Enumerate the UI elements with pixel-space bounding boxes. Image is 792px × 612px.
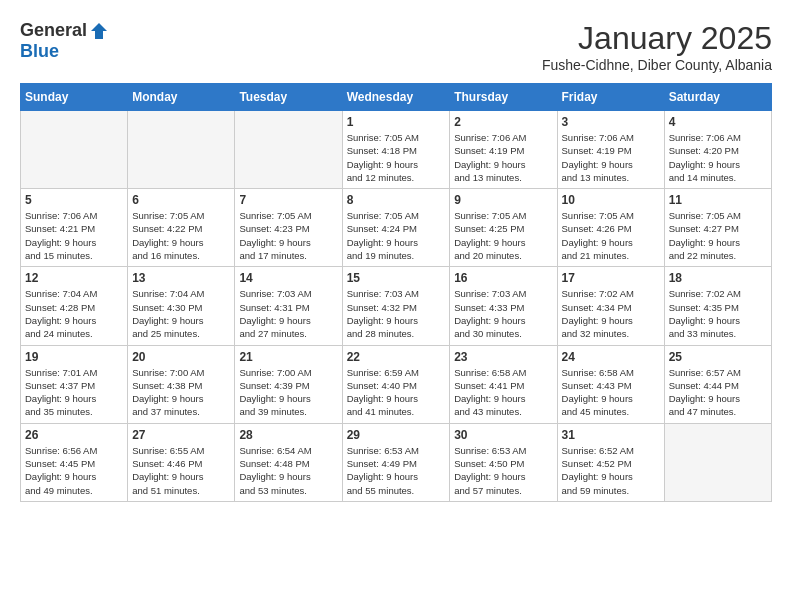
day-info: Sunrise: 7:00 AM Sunset: 4:39 PM Dayligh… [239,366,337,419]
weekday-header-friday: Friday [557,84,664,111]
day-info: Sunrise: 7:04 AM Sunset: 4:30 PM Dayligh… [132,287,230,340]
logo: General Blue [20,20,109,62]
calendar-cell: 15Sunrise: 7:03 AM Sunset: 4:32 PM Dayli… [342,267,450,345]
calendar-cell: 3Sunrise: 7:06 AM Sunset: 4:19 PM Daylig… [557,111,664,189]
day-info: Sunrise: 7:03 AM Sunset: 4:31 PM Dayligh… [239,287,337,340]
day-info: Sunrise: 6:53 AM Sunset: 4:50 PM Dayligh… [454,444,552,497]
week-row-1: 1Sunrise: 7:05 AM Sunset: 4:18 PM Daylig… [21,111,772,189]
logo-icon [89,21,109,41]
day-info: Sunrise: 7:03 AM Sunset: 4:33 PM Dayligh… [454,287,552,340]
day-number: 4 [669,115,767,129]
day-info: Sunrise: 7:06 AM Sunset: 4:20 PM Dayligh… [669,131,767,184]
calendar-cell: 26Sunrise: 6:56 AM Sunset: 4:45 PM Dayli… [21,423,128,501]
calendar-cell: 21Sunrise: 7:00 AM Sunset: 4:39 PM Dayli… [235,345,342,423]
weekday-header-row: SundayMondayTuesdayWednesdayThursdayFrid… [21,84,772,111]
day-info: Sunrise: 6:55 AM Sunset: 4:46 PM Dayligh… [132,444,230,497]
day-number: 13 [132,271,230,285]
day-number: 22 [347,350,446,364]
day-number: 7 [239,193,337,207]
day-info: Sunrise: 7:05 AM Sunset: 4:25 PM Dayligh… [454,209,552,262]
day-number: 27 [132,428,230,442]
logo-general: General [20,20,87,41]
calendar-cell: 25Sunrise: 6:57 AM Sunset: 4:44 PM Dayli… [664,345,771,423]
day-info: Sunrise: 7:06 AM Sunset: 4:19 PM Dayligh… [454,131,552,184]
weekday-header-wednesday: Wednesday [342,84,450,111]
weekday-header-sunday: Sunday [21,84,128,111]
day-info: Sunrise: 7:05 AM Sunset: 4:22 PM Dayligh… [132,209,230,262]
title-area: January 2025 Fushe-Cidhne, Diber County,… [542,20,772,73]
day-info: Sunrise: 6:58 AM Sunset: 4:43 PM Dayligh… [562,366,660,419]
calendar-cell: 6Sunrise: 7:05 AM Sunset: 4:22 PM Daylig… [128,189,235,267]
calendar-table: SundayMondayTuesdayWednesdayThursdayFrid… [20,83,772,502]
calendar-cell: 2Sunrise: 7:06 AM Sunset: 4:19 PM Daylig… [450,111,557,189]
day-info: Sunrise: 6:56 AM Sunset: 4:45 PM Dayligh… [25,444,123,497]
calendar-cell: 30Sunrise: 6:53 AM Sunset: 4:50 PM Dayli… [450,423,557,501]
calendar-cell [128,111,235,189]
page-header: General Blue January 2025 Fushe-Cidhne, … [20,20,772,73]
week-row-4: 19Sunrise: 7:01 AM Sunset: 4:37 PM Dayli… [21,345,772,423]
day-number: 5 [25,193,123,207]
day-number: 31 [562,428,660,442]
day-number: 6 [132,193,230,207]
calendar-cell: 24Sunrise: 6:58 AM Sunset: 4:43 PM Dayli… [557,345,664,423]
day-info: Sunrise: 7:04 AM Sunset: 4:28 PM Dayligh… [25,287,123,340]
day-number: 23 [454,350,552,364]
day-number: 1 [347,115,446,129]
day-info: Sunrise: 7:02 AM Sunset: 4:35 PM Dayligh… [669,287,767,340]
day-number: 20 [132,350,230,364]
calendar-cell: 10Sunrise: 7:05 AM Sunset: 4:26 PM Dayli… [557,189,664,267]
day-number: 21 [239,350,337,364]
month-title: January 2025 [542,20,772,57]
calendar-cell: 20Sunrise: 7:00 AM Sunset: 4:38 PM Dayli… [128,345,235,423]
svg-marker-0 [91,23,107,39]
weekday-header-tuesday: Tuesday [235,84,342,111]
day-info: Sunrise: 6:52 AM Sunset: 4:52 PM Dayligh… [562,444,660,497]
logo-blue: Blue [20,41,59,62]
calendar-cell: 1Sunrise: 7:05 AM Sunset: 4:18 PM Daylig… [342,111,450,189]
day-number: 19 [25,350,123,364]
calendar-cell: 27Sunrise: 6:55 AM Sunset: 4:46 PM Dayli… [128,423,235,501]
day-number: 11 [669,193,767,207]
weekday-header-thursday: Thursday [450,84,557,111]
calendar-cell: 17Sunrise: 7:02 AM Sunset: 4:34 PM Dayli… [557,267,664,345]
day-info: Sunrise: 7:05 AM Sunset: 4:27 PM Dayligh… [669,209,767,262]
calendar-cell: 8Sunrise: 7:05 AM Sunset: 4:24 PM Daylig… [342,189,450,267]
calendar-cell: 22Sunrise: 6:59 AM Sunset: 4:40 PM Dayli… [342,345,450,423]
calendar-cell: 4Sunrise: 7:06 AM Sunset: 4:20 PM Daylig… [664,111,771,189]
calendar-cell [664,423,771,501]
day-info: Sunrise: 7:06 AM Sunset: 4:19 PM Dayligh… [562,131,660,184]
day-number: 26 [25,428,123,442]
day-info: Sunrise: 7:00 AM Sunset: 4:38 PM Dayligh… [132,366,230,419]
calendar-cell: 14Sunrise: 7:03 AM Sunset: 4:31 PM Dayli… [235,267,342,345]
day-number: 10 [562,193,660,207]
day-info: Sunrise: 7:01 AM Sunset: 4:37 PM Dayligh… [25,366,123,419]
calendar-cell: 9Sunrise: 7:05 AM Sunset: 4:25 PM Daylig… [450,189,557,267]
day-number: 17 [562,271,660,285]
calendar-cell: 23Sunrise: 6:58 AM Sunset: 4:41 PM Dayli… [450,345,557,423]
week-row-3: 12Sunrise: 7:04 AM Sunset: 4:28 PM Dayli… [21,267,772,345]
day-info: Sunrise: 6:54 AM Sunset: 4:48 PM Dayligh… [239,444,337,497]
day-info: Sunrise: 7:03 AM Sunset: 4:32 PM Dayligh… [347,287,446,340]
day-number: 14 [239,271,337,285]
day-info: Sunrise: 7:05 AM Sunset: 4:23 PM Dayligh… [239,209,337,262]
day-info: Sunrise: 7:05 AM Sunset: 4:18 PM Dayligh… [347,131,446,184]
week-row-5: 26Sunrise: 6:56 AM Sunset: 4:45 PM Dayli… [21,423,772,501]
day-number: 29 [347,428,446,442]
day-number: 24 [562,350,660,364]
day-number: 18 [669,271,767,285]
calendar-cell: 5Sunrise: 7:06 AM Sunset: 4:21 PM Daylig… [21,189,128,267]
day-info: Sunrise: 7:06 AM Sunset: 4:21 PM Dayligh… [25,209,123,262]
weekday-header-saturday: Saturday [664,84,771,111]
calendar-cell [235,111,342,189]
day-info: Sunrise: 7:02 AM Sunset: 4:34 PM Dayligh… [562,287,660,340]
calendar-cell: 31Sunrise: 6:52 AM Sunset: 4:52 PM Dayli… [557,423,664,501]
day-info: Sunrise: 6:58 AM Sunset: 4:41 PM Dayligh… [454,366,552,419]
calendar-cell: 19Sunrise: 7:01 AM Sunset: 4:37 PM Dayli… [21,345,128,423]
day-number: 25 [669,350,767,364]
day-number: 15 [347,271,446,285]
day-info: Sunrise: 6:53 AM Sunset: 4:49 PM Dayligh… [347,444,446,497]
day-number: 8 [347,193,446,207]
calendar-cell: 18Sunrise: 7:02 AM Sunset: 4:35 PM Dayli… [664,267,771,345]
day-number: 2 [454,115,552,129]
day-info: Sunrise: 6:57 AM Sunset: 4:44 PM Dayligh… [669,366,767,419]
